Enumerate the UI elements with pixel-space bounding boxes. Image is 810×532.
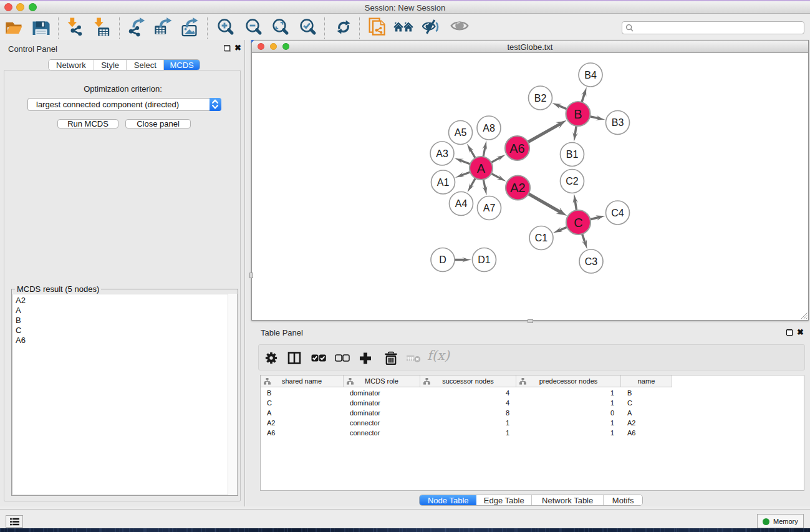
- table-cell[interactable]: A: [627, 408, 672, 418]
- resize-handle-left[interactable]: [249, 273, 253, 278]
- criterion-dropdown[interactable]: largest connected component (directed): [27, 98, 221, 111]
- run-mcds-button[interactable]: Run MCDS: [57, 119, 118, 128]
- save-icon[interactable]: [31, 17, 51, 37]
- settings-icon[interactable]: [264, 351, 281, 367]
- export-image-icon[interactable]: [179, 17, 199, 37]
- table-cell[interactable]: A6: [627, 428, 672, 438]
- add-column-icon[interactable]: [359, 351, 375, 367]
- graph-node-C4[interactable]: C4: [606, 201, 630, 225]
- function-builder-icon[interactable]: f(x): [427, 348, 450, 363]
- column-header-predecessor-nodes[interactable]: predecessor nodes: [516, 375, 621, 387]
- show-panel-icon[interactable]: [450, 17, 470, 37]
- scrollbar-track[interactable]: [228, 294, 237, 495]
- graph-node-C[interactable]: C: [566, 210, 591, 235]
- close-icon[interactable]: ✖: [234, 45, 241, 51]
- graph-node-A7[interactable]: A7: [478, 196, 501, 220]
- column-header-successor-nodes[interactable]: successor nodes: [420, 375, 516, 387]
- table-cell[interactable]: A2: [627, 418, 672, 428]
- float-window-icon[interactable]: [786, 329, 793, 336]
- column-header-MCDS-role[interactable]: MCDS role: [344, 375, 420, 387]
- table-cell[interactable]: A6: [267, 428, 344, 438]
- table-cell[interactable]: 4: [420, 388, 509, 398]
- table-cell[interactable]: 4: [420, 398, 509, 408]
- graph-node-A[interactable]: A: [470, 157, 493, 180]
- table-cell[interactable]: C: [627, 398, 672, 408]
- table-cell[interactable]: B: [267, 388, 344, 398]
- table-cell[interactable]: connector: [350, 418, 420, 428]
- table-cell[interactable]: 1: [516, 418, 614, 428]
- search-input[interactable]: [622, 21, 804, 34]
- import-table-icon[interactable]: [93, 17, 113, 37]
- table-cell[interactable]: A: [267, 408, 344, 418]
- tab-network[interactable]: Network: [49, 60, 94, 70]
- network-graph[interactable]: AA1A2A3A4A5A6A7A8BB1B2B3B4CC1C2C3C4DD1: [252, 54, 808, 319]
- export-table-icon[interactable]: [153, 17, 173, 37]
- split-view-icon[interactable]: [287, 351, 304, 367]
- graph-node-A4[interactable]: A4: [450, 192, 473, 216]
- resize-handle-bottom[interactable]: [528, 319, 533, 323]
- graph-node-B2[interactable]: B2: [529, 86, 552, 110]
- zoom-selected-icon[interactable]: [297, 17, 317, 37]
- import-network-icon[interactable]: [65, 17, 85, 37]
- close-panel-button[interactable]: Close panel: [125, 119, 191, 128]
- table-cell[interactable]: 1: [420, 418, 509, 428]
- tab-network-table[interactable]: Network Table: [532, 495, 604, 505]
- graph-node-C2[interactable]: C2: [561, 170, 584, 193]
- column-header-shared-name[interactable]: shared name: [261, 375, 344, 387]
- hide-panel-icon[interactable]: [422, 17, 442, 37]
- graph-node-B4[interactable]: B4: [579, 63, 602, 87]
- table-cell[interactable]: B: [627, 388, 672, 398]
- table-cell[interactable]: 8: [420, 408, 509, 418]
- graph-node-D[interactable]: D: [431, 248, 455, 272]
- table-cell[interactable]: connector: [350, 428, 420, 438]
- close-icon[interactable]: ✖: [797, 329, 804, 336]
- table-cell[interactable]: dominator: [350, 398, 420, 408]
- table-cell[interactable]: 1: [516, 398, 614, 408]
- tab-style[interactable]: Style: [94, 60, 127, 70]
- table-cell[interactable]: dominator: [350, 408, 420, 418]
- task-history-button[interactable]: [6, 515, 23, 528]
- clone-network-icon[interactable]: [367, 17, 387, 37]
- graph-node-A2[interactable]: A2: [506, 176, 530, 200]
- graph-node-B3[interactable]: B3: [606, 111, 630, 135]
- result-item[interactable]: C: [13, 326, 237, 336]
- result-item[interactable]: B: [13, 316, 237, 326]
- table-cell[interactable]: dominator: [350, 388, 420, 398]
- zoom-fit-icon[interactable]: [269, 17, 289, 37]
- graph-node-A8[interactable]: A8: [477, 116, 501, 140]
- open-icon[interactable]: [2, 17, 22, 37]
- resize-grip-icon[interactable]: [801, 312, 808, 319]
- graph-node-A6[interactable]: A6: [505, 136, 529, 160]
- network-window-titlebar[interactable]: testGlobe.txt: [252, 41, 808, 53]
- zoom-in-icon[interactable]: [215, 17, 234, 37]
- graph-node-D1[interactable]: D1: [473, 248, 496, 272]
- float-window-icon[interactable]: [224, 45, 230, 51]
- column-header-name[interactable]: name: [621, 375, 672, 387]
- show-all-icon[interactable]: [393, 17, 413, 37]
- deselect-all-icon[interactable]: [335, 351, 351, 367]
- table-cell[interactable]: 0: [516, 408, 614, 418]
- tab-select[interactable]: Select: [127, 60, 164, 70]
- tab-node-table[interactable]: Node Table: [420, 495, 476, 505]
- delete-column-icon[interactable]: [383, 351, 399, 367]
- graph-node-A1[interactable]: A1: [432, 170, 455, 194]
- table-cell[interactable]: 1: [516, 388, 614, 398]
- select-all-icon[interactable]: [311, 351, 327, 367]
- result-item[interactable]: A: [13, 306, 237, 316]
- tab-mcds[interactable]: MCDS: [164, 60, 200, 70]
- tab-edge-table[interactable]: Edge Table: [476, 495, 532, 505]
- mcds-result-list[interactable]: A2ABCA6: [12, 294, 238, 495]
- tab-motifs[interactable]: Motifs: [604, 495, 642, 505]
- delete-table-icon[interactable]: [405, 351, 422, 367]
- graph-node-A5[interactable]: A5: [449, 121, 473, 145]
- result-item[interactable]: A6: [13, 336, 237, 346]
- refresh-icon[interactable]: [334, 17, 354, 37]
- zoom-out-icon[interactable]: [243, 17, 263, 37]
- graph-node-A3[interactable]: A3: [430, 142, 454, 165]
- table-cell[interactable]: C: [267, 398, 344, 408]
- graph-node-B1[interactable]: B1: [561, 143, 584, 167]
- table-cell[interactable]: 1: [516, 428, 614, 438]
- result-item[interactable]: A2: [13, 296, 237, 306]
- table-cell[interactable]: A2: [267, 418, 344, 428]
- table-cell[interactable]: 1: [420, 428, 509, 438]
